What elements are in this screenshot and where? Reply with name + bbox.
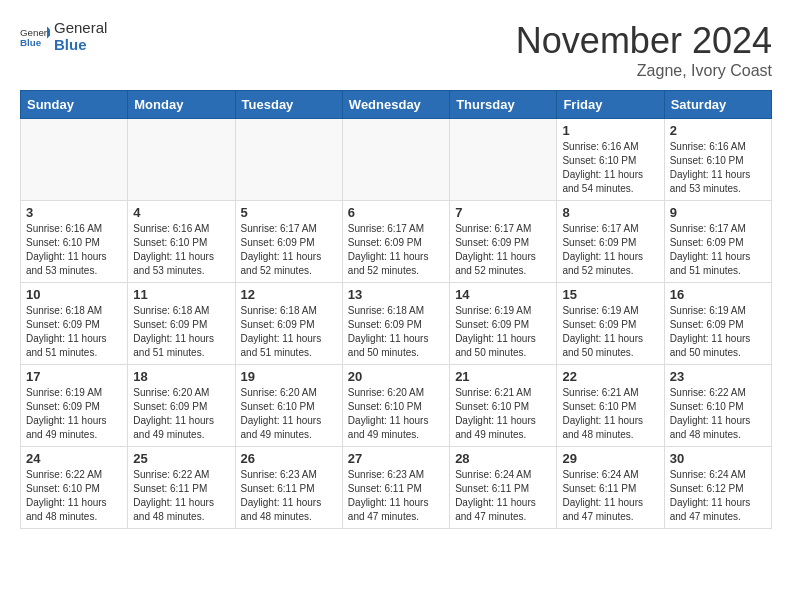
calendar-cell: 13Sunrise: 6:18 AMSunset: 6:09 PMDayligh… xyxy=(342,283,449,365)
day-number: 26 xyxy=(241,451,337,466)
day-info: Sunrise: 6:24 AMSunset: 6:12 PMDaylight:… xyxy=(670,468,766,524)
calendar-week-row: 17Sunrise: 6:19 AMSunset: 6:09 PMDayligh… xyxy=(21,365,772,447)
calendar-cell: 1Sunrise: 6:16 AMSunset: 6:10 PMDaylight… xyxy=(557,119,664,201)
logo-blue-text: Blue xyxy=(54,37,107,54)
day-info: Sunrise: 6:20 AMSunset: 6:10 PMDaylight:… xyxy=(348,386,444,442)
calendar-cell: 30Sunrise: 6:24 AMSunset: 6:12 PMDayligh… xyxy=(664,447,771,529)
day-info: Sunrise: 6:18 AMSunset: 6:09 PMDaylight:… xyxy=(348,304,444,360)
day-info: Sunrise: 6:17 AMSunset: 6:09 PMDaylight:… xyxy=(562,222,658,278)
col-header-monday: Monday xyxy=(128,91,235,119)
calendar-cell: 24Sunrise: 6:22 AMSunset: 6:10 PMDayligh… xyxy=(21,447,128,529)
day-number: 20 xyxy=(348,369,444,384)
day-info: Sunrise: 6:19 AMSunset: 6:09 PMDaylight:… xyxy=(26,386,122,442)
calendar-week-row: 24Sunrise: 6:22 AMSunset: 6:10 PMDayligh… xyxy=(21,447,772,529)
calendar-cell: 12Sunrise: 6:18 AMSunset: 6:09 PMDayligh… xyxy=(235,283,342,365)
col-header-wednesday: Wednesday xyxy=(342,91,449,119)
calendar-cell: 18Sunrise: 6:20 AMSunset: 6:09 PMDayligh… xyxy=(128,365,235,447)
day-number: 3 xyxy=(26,205,122,220)
day-info: Sunrise: 6:21 AMSunset: 6:10 PMDaylight:… xyxy=(455,386,551,442)
day-number: 1 xyxy=(562,123,658,138)
day-number: 18 xyxy=(133,369,229,384)
calendar-cell: 28Sunrise: 6:24 AMSunset: 6:11 PMDayligh… xyxy=(450,447,557,529)
day-info: Sunrise: 6:19 AMSunset: 6:09 PMDaylight:… xyxy=(455,304,551,360)
col-header-saturday: Saturday xyxy=(664,91,771,119)
day-number: 28 xyxy=(455,451,551,466)
day-number: 6 xyxy=(348,205,444,220)
svg-text:General: General xyxy=(20,26,50,37)
logo-general-text: General xyxy=(54,20,107,37)
calendar-cell: 4Sunrise: 6:16 AMSunset: 6:10 PMDaylight… xyxy=(128,201,235,283)
day-number: 15 xyxy=(562,287,658,302)
calendar-cell: 14Sunrise: 6:19 AMSunset: 6:09 PMDayligh… xyxy=(450,283,557,365)
calendar-cell xyxy=(21,119,128,201)
calendar-table: SundayMondayTuesdayWednesdayThursdayFrid… xyxy=(20,90,772,529)
day-number: 11 xyxy=(133,287,229,302)
logo: General Blue General Blue xyxy=(20,20,107,53)
day-number: 8 xyxy=(562,205,658,220)
day-number: 27 xyxy=(348,451,444,466)
day-info: Sunrise: 6:22 AMSunset: 6:10 PMDaylight:… xyxy=(26,468,122,524)
calendar-cell: 3Sunrise: 6:16 AMSunset: 6:10 PMDaylight… xyxy=(21,201,128,283)
calendar-cell: 25Sunrise: 6:22 AMSunset: 6:11 PMDayligh… xyxy=(128,447,235,529)
calendar-cell: 29Sunrise: 6:24 AMSunset: 6:11 PMDayligh… xyxy=(557,447,664,529)
header: General Blue General Blue November 2024 … xyxy=(20,20,772,80)
calendar-cell: 26Sunrise: 6:23 AMSunset: 6:11 PMDayligh… xyxy=(235,447,342,529)
calendar-cell: 15Sunrise: 6:19 AMSunset: 6:09 PMDayligh… xyxy=(557,283,664,365)
day-info: Sunrise: 6:16 AMSunset: 6:10 PMDaylight:… xyxy=(670,140,766,196)
calendar-cell: 20Sunrise: 6:20 AMSunset: 6:10 PMDayligh… xyxy=(342,365,449,447)
day-info: Sunrise: 6:18 AMSunset: 6:09 PMDaylight:… xyxy=(133,304,229,360)
calendar-cell: 5Sunrise: 6:17 AMSunset: 6:09 PMDaylight… xyxy=(235,201,342,283)
day-number: 30 xyxy=(670,451,766,466)
day-info: Sunrise: 6:18 AMSunset: 6:09 PMDaylight:… xyxy=(241,304,337,360)
title-section: November 2024 Zagne, Ivory Coast xyxy=(516,20,772,80)
day-info: Sunrise: 6:22 AMSunset: 6:11 PMDaylight:… xyxy=(133,468,229,524)
day-info: Sunrise: 6:23 AMSunset: 6:11 PMDaylight:… xyxy=(241,468,337,524)
day-info: Sunrise: 6:20 AMSunset: 6:10 PMDaylight:… xyxy=(241,386,337,442)
calendar-cell: 11Sunrise: 6:18 AMSunset: 6:09 PMDayligh… xyxy=(128,283,235,365)
day-number: 17 xyxy=(26,369,122,384)
col-header-sunday: Sunday xyxy=(21,91,128,119)
day-info: Sunrise: 6:16 AMSunset: 6:10 PMDaylight:… xyxy=(562,140,658,196)
day-number: 7 xyxy=(455,205,551,220)
day-number: 2 xyxy=(670,123,766,138)
calendar-week-row: 1Sunrise: 6:16 AMSunset: 6:10 PMDaylight… xyxy=(21,119,772,201)
calendar-cell: 17Sunrise: 6:19 AMSunset: 6:09 PMDayligh… xyxy=(21,365,128,447)
day-info: Sunrise: 6:22 AMSunset: 6:10 PMDaylight:… xyxy=(670,386,766,442)
day-number: 16 xyxy=(670,287,766,302)
day-number: 22 xyxy=(562,369,658,384)
day-number: 23 xyxy=(670,369,766,384)
calendar-cell: 8Sunrise: 6:17 AMSunset: 6:09 PMDaylight… xyxy=(557,201,664,283)
day-info: Sunrise: 6:17 AMSunset: 6:09 PMDaylight:… xyxy=(241,222,337,278)
calendar-cell: 21Sunrise: 6:21 AMSunset: 6:10 PMDayligh… xyxy=(450,365,557,447)
day-info: Sunrise: 6:19 AMSunset: 6:09 PMDaylight:… xyxy=(562,304,658,360)
calendar-week-row: 3Sunrise: 6:16 AMSunset: 6:10 PMDaylight… xyxy=(21,201,772,283)
day-info: Sunrise: 6:23 AMSunset: 6:11 PMDaylight:… xyxy=(348,468,444,524)
day-info: Sunrise: 6:16 AMSunset: 6:10 PMDaylight:… xyxy=(133,222,229,278)
calendar-cell: 27Sunrise: 6:23 AMSunset: 6:11 PMDayligh… xyxy=(342,447,449,529)
calendar-cell: 16Sunrise: 6:19 AMSunset: 6:09 PMDayligh… xyxy=(664,283,771,365)
day-info: Sunrise: 6:17 AMSunset: 6:09 PMDaylight:… xyxy=(455,222,551,278)
day-number: 24 xyxy=(26,451,122,466)
calendar-cell xyxy=(342,119,449,201)
day-number: 19 xyxy=(241,369,337,384)
day-info: Sunrise: 6:16 AMSunset: 6:10 PMDaylight:… xyxy=(26,222,122,278)
day-number: 9 xyxy=(670,205,766,220)
day-number: 14 xyxy=(455,287,551,302)
day-info: Sunrise: 6:18 AMSunset: 6:09 PMDaylight:… xyxy=(26,304,122,360)
day-number: 21 xyxy=(455,369,551,384)
calendar-cell: 7Sunrise: 6:17 AMSunset: 6:09 PMDaylight… xyxy=(450,201,557,283)
calendar-cell xyxy=(235,119,342,201)
day-info: Sunrise: 6:19 AMSunset: 6:09 PMDaylight:… xyxy=(670,304,766,360)
day-number: 29 xyxy=(562,451,658,466)
day-info: Sunrise: 6:17 AMSunset: 6:09 PMDaylight:… xyxy=(348,222,444,278)
calendar-cell: 23Sunrise: 6:22 AMSunset: 6:10 PMDayligh… xyxy=(664,365,771,447)
calendar-cell: 2Sunrise: 6:16 AMSunset: 6:10 PMDaylight… xyxy=(664,119,771,201)
col-header-tuesday: Tuesday xyxy=(235,91,342,119)
day-info: Sunrise: 6:20 AMSunset: 6:09 PMDaylight:… xyxy=(133,386,229,442)
calendar-cell xyxy=(450,119,557,201)
calendar-cell: 10Sunrise: 6:18 AMSunset: 6:09 PMDayligh… xyxy=(21,283,128,365)
calendar-cell: 22Sunrise: 6:21 AMSunset: 6:10 PMDayligh… xyxy=(557,365,664,447)
day-info: Sunrise: 6:17 AMSunset: 6:09 PMDaylight:… xyxy=(670,222,766,278)
calendar-week-row: 10Sunrise: 6:18 AMSunset: 6:09 PMDayligh… xyxy=(21,283,772,365)
day-info: Sunrise: 6:24 AMSunset: 6:11 PMDaylight:… xyxy=(562,468,658,524)
